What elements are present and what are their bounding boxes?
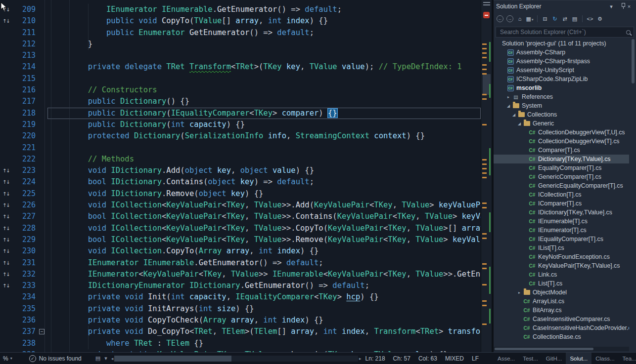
reference-arrows-icon[interactable]: ↑↓ <box>0 269 15 280</box>
code-text[interactable]: public Dictionary(IEqualityComparer<TKey… <box>47 108 481 119</box>
line-number[interactable]: 222 <box>15 154 38 165</box>
code-text[interactable]: // Constructors <box>47 84 481 96</box>
tree-hscrollbar-thumb[interactable] <box>495 348 593 350</box>
properties-icon[interactable]: ⚙ <box>595 14 604 23</box>
code-line[interactable]: 221 <box>0 142 481 154</box>
code-text[interactable]: private static KeyValuePair<TKey, TValue… <box>47 349 481 352</box>
tool-window-tab[interactable]: Tea... <box>619 353 636 364</box>
code-text[interactable]: } <box>47 39 481 50</box>
line-number[interactable]: 231 <box>15 257 38 269</box>
code-text[interactable]: bool ICollection<KeyValuePair<TKey, TVal… <box>47 211 481 222</box>
hscrollbar-thumb[interactable] <box>114 356 231 362</box>
line-number[interactable]: 213 <box>15 50 38 61</box>
code-line[interactable]: 222 // Methods <box>0 154 481 165</box>
line-number[interactable]: 225 <box>15 188 38 200</box>
code-line[interactable]: ↑↓227 bool ICollection<KeyValuePair<TKey… <box>0 211 481 222</box>
code-line[interactable]: ↑↓226 void ICollection<KeyValuePair<TKey… <box>0 200 481 211</box>
zoom-control[interactable]: % ▾ <box>0 355 12 362</box>
line-number[interactable]: 218 <box>15 108 38 119</box>
code-text[interactable]: IEnumerator IEnumerable.GetEnumerator() … <box>47 257 481 269</box>
code-text[interactable]: void ICollection<KeyValuePair<TKey, TVal… <box>47 223 481 234</box>
code-cleanup-icon[interactable]: ▤ <box>95 355 100 362</box>
code-line[interactable]: 212 } <box>0 39 481 50</box>
code-text[interactable]: private void Init(int capacity, IEqualit… <box>47 291 481 303</box>
expander-icon[interactable]: ▸ <box>505 95 511 99</box>
tree-item[interactable]: C#Assembly-CSharp <box>494 48 629 57</box>
forward-icon[interactable]: → <box>506 15 513 22</box>
tool-window-tab[interactable]: Class... <box>591 353 618 364</box>
tree-item[interactable]: C#List[T].cs <box>494 279 629 288</box>
tree-item[interactable]: ◢Generic <box>494 119 629 128</box>
line-number[interactable]: 235 <box>15 303 38 315</box>
code-text[interactable]: void ICollection<KeyValuePair<TKey, TVal… <box>47 200 481 211</box>
code-text[interactable]: private void InitArrays(int size) {} <box>47 303 481 315</box>
reference-arrows-icon[interactable]: ↑↓ <box>0 223 15 234</box>
code-line[interactable]: ↑↓224 bool IDictionary.Contains(object k… <box>0 176 481 188</box>
pin-icon[interactable] <box>616 2 625 10</box>
line-number[interactable]: 226 <box>15 200 38 211</box>
reference-arrows-icon[interactable]: ↑↓ <box>0 280 15 291</box>
line-number[interactable]: 216 <box>15 84 38 96</box>
tree-item[interactable]: C#Comparer[T].cs <box>494 146 629 155</box>
code-line[interactable]: 239 private static KeyValuePair<TKey, TV… <box>0 349 481 352</box>
code-text[interactable]: public Dictionary() {} <box>47 96 481 107</box>
tree-item[interactable]: C#CaseInsensitiveComparer.cs <box>494 315 629 324</box>
code-text[interactable]: bool IDictionary.Contains(object key) =>… <box>47 176 481 188</box>
expander-icon[interactable]: ◢ <box>511 113 517 117</box>
tree-horizontal-scrollbar[interactable] <box>494 347 629 351</box>
code-line[interactable]: ↑↓209 IEnumerator IEnumerable.GetEnumera… <box>0 4 481 15</box>
code-text[interactable] <box>47 73 481 84</box>
line-number[interactable]: 219 <box>15 119 38 130</box>
editor-horizontal-scrollbar[interactable]: ◂ ▸ <box>111 356 362 362</box>
line-number[interactable]: 233 <box>15 280 38 291</box>
search-box[interactable] <box>496 27 634 38</box>
code-text[interactable]: void IDictionary.Add(object key, object … <box>47 165 481 176</box>
code-line[interactable]: ↑↓210 public void CopyTo(TValue[] array,… <box>0 15 481 27</box>
view-code-icon[interactable]: <> <box>586 14 594 23</box>
code-line[interactable]: 219 public Dictionary(int capacity) {} <box>0 119 481 130</box>
tree-item[interactable]: C#ICollection[T].cs <box>494 190 629 199</box>
tree-item[interactable]: C#IEnumerator[T].cs <box>494 226 629 235</box>
code-text[interactable]: bool ICollection<KeyValuePair<TKey, TVal… <box>47 234 481 245</box>
line-number[interactable]: 210 <box>15 15 38 27</box>
tool-window-tab[interactable]: Test... <box>519 353 542 364</box>
line-number[interactable]: 236 <box>15 315 38 326</box>
line-number[interactable]: 237 <box>15 326 38 337</box>
code-line[interactable]: ↑↓223 void IDictionary.Add(object key, o… <box>0 165 481 176</box>
code-line[interactable]: ↑↓233 IDictionaryEnumerator IDictionary.… <box>0 280 481 291</box>
reference-arrows-icon[interactable]: ↑↓ <box>0 200 15 211</box>
code-text[interactable]: where TRet : TElem {} <box>47 338 481 349</box>
refresh-icon[interactable]: ↻ <box>550 14 559 23</box>
code-line[interactable]: 238 where TRet : TElem {} <box>0 338 481 349</box>
code-text[interactable]: public void CopyTo(TValue[] array, int i… <box>47 15 481 27</box>
expander-icon[interactable]: ◢ <box>516 121 522 126</box>
code-line[interactable]: ↑↓232 IEnumerator<KeyValuePair<TKey, TVa… <box>0 269 481 280</box>
line-number[interactable]: 234 <box>15 291 38 303</box>
line-number[interactable]: 221 <box>15 142 38 154</box>
tree-item[interactable]: C#IDictionary[TKey,TValue].cs <box>494 208 629 217</box>
tree-item[interactable]: C#Assembly-UnityScript <box>494 66 629 75</box>
code-text[interactable]: private delegate TRet Transform<TRet>(TK… <box>47 61 481 73</box>
reference-arrows-icon[interactable]: ↑↓ <box>0 15 15 27</box>
code-text[interactable]: IEnumerator<KeyValuePair<TKey, TValue>> … <box>47 269 481 280</box>
line-number[interactable]: 211 <box>15 27 38 39</box>
scroll-right-icon[interactable]: ▸ <box>359 356 362 361</box>
code-line[interactable]: ↑↓225 void IDictionary.Remove(object key… <box>0 188 481 200</box>
line-number[interactable]: 220 <box>15 130 38 142</box>
line-number[interactable]: 238 <box>15 338 38 349</box>
expander-icon[interactable]: ◢ <box>505 104 511 108</box>
tree-item[interactable]: C#Assembly-CSharp-firstpass <box>494 57 629 66</box>
switch-views-icon[interactable]: ▦▾ <box>525 14 534 23</box>
tree-item[interactable]: C#IComparer[T].cs <box>494 199 629 208</box>
home-icon[interactable]: ⌂ <box>515 14 524 23</box>
sync-with-active-document-icon[interactable]: ⇄ <box>560 14 569 23</box>
code-text[interactable]: public Dictionary(int capacity) {} <box>47 119 481 130</box>
tree-item[interactable]: ◢System <box>494 101 629 110</box>
collapse-all-icon[interactable]: ⊟ <box>541 14 549 23</box>
window-position-icon[interactable]: ▾ <box>607 2 616 10</box>
code-line[interactable]: ↑↓230 void ICollection.CopyTo(Array arra… <box>0 245 481 257</box>
code-text[interactable] <box>47 142 481 154</box>
tree-item[interactable]: C#ArrayList.cs <box>494 297 629 306</box>
code-editor[interactable]: ↑↓209 IEnumerator IEnumerable.GetEnumera… <box>0 0 481 352</box>
line-number[interactable]: 224 <box>15 176 38 188</box>
